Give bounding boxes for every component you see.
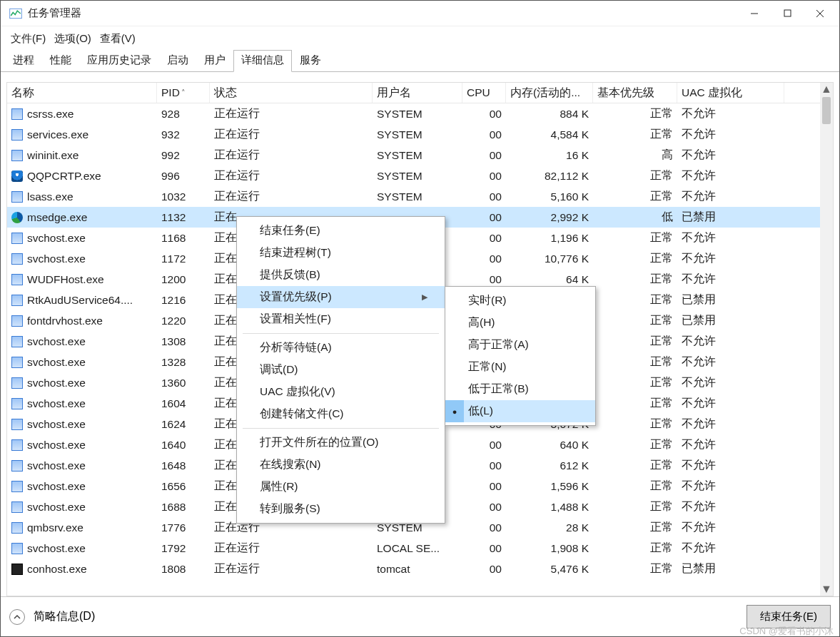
tab-启动[interactable]: 启动 bbox=[159, 50, 196, 72]
process-icon bbox=[11, 357, 23, 368]
svg-rect-2 bbox=[784, 10, 791, 16]
process-icon bbox=[11, 108, 23, 120]
column-header[interactable]: 状态 bbox=[210, 83, 373, 103]
process-icon bbox=[11, 233, 23, 244]
table-row[interactable]: svchost.exe1792正在运行LOCAL SE...001,908 K正… bbox=[7, 538, 820, 559]
process-icon bbox=[11, 253, 23, 265]
menu-item[interactable]: 高于正常(A) bbox=[445, 334, 595, 356]
menu-item[interactable]: 结束进程树(T) bbox=[237, 242, 445, 264]
task-manager-window: 任务管理器 文件(F)选项(O)查看(V) 进程性能应用历史记录启动用户详细信息… bbox=[0, 0, 840, 637]
vertical-scrollbar[interactable]: ▲ ▼ bbox=[820, 83, 833, 596]
minimize-button[interactable] bbox=[738, 3, 771, 24]
menu-item[interactable]: 低于正常(B) bbox=[445, 378, 595, 400]
maximize-button[interactable] bbox=[771, 3, 804, 24]
tab-进程[interactable]: 进程 bbox=[5, 50, 42, 72]
process-icon bbox=[11, 212, 23, 223]
window-title: 任务管理器 bbox=[28, 6, 81, 20]
menu-item[interactable]: 转到服务(S) bbox=[237, 498, 445, 520]
column-header[interactable]: UAC 虚拟化 bbox=[677, 83, 784, 103]
tab-应用历史记录[interactable]: 应用历史记录 bbox=[79, 50, 159, 72]
context-menu: 结束任务(E)结束进程树(T)提供反馈(B)设置优先级(P)▶设置相关性(F)分… bbox=[236, 216, 445, 524]
process-icon bbox=[11, 460, 23, 472]
menu-item[interactable]: 在线搜索(N) bbox=[237, 454, 445, 476]
table-row[interactable]: QQPCRTP.exe996正在运行SYSTEM0082,112 K正常不允许 bbox=[7, 165, 820, 186]
column-header[interactable]: CPU bbox=[462, 83, 506, 103]
menubar: 文件(F)选项(O)查看(V) bbox=[1, 26, 839, 50]
menu-item[interactable]: 调试(D) bbox=[237, 359, 445, 381]
chevron-right-icon: ▶ bbox=[422, 292, 427, 302]
app-icon bbox=[9, 7, 22, 20]
menu-item[interactable]: 设置相关性(F) bbox=[237, 308, 445, 330]
tab-性能[interactable]: 性能 bbox=[42, 50, 79, 72]
menu-item[interactable]: 低(L) bbox=[445, 400, 595, 422]
menu-item[interactable]: 打开文件所在的位置(O) bbox=[237, 432, 445, 454]
process-icon bbox=[11, 336, 23, 347]
tab-服务[interactable]: 服务 bbox=[292, 50, 329, 72]
table-row[interactable]: wininit.exe992正在运行SYSTEM0016 K高不允许 bbox=[7, 145, 820, 165]
menu-item[interactable]: 查看(V) bbox=[97, 31, 138, 47]
process-icon bbox=[11, 501, 23, 513]
process-icon bbox=[11, 295, 23, 306]
process-icon bbox=[11, 170, 23, 182]
process-icon bbox=[11, 543, 23, 554]
table-row[interactable]: services.exe932正在运行SYSTEM004,584 K正常不允许 bbox=[7, 124, 820, 145]
process-icon bbox=[11, 191, 23, 203]
scrollbar-thumb[interactable] bbox=[822, 97, 831, 124]
close-button[interactable] bbox=[804, 3, 836, 24]
process-icon bbox=[11, 377, 23, 389]
menu-item[interactable]: 属性(R) bbox=[237, 476, 445, 498]
process-icon bbox=[11, 439, 23, 451]
menu-item[interactable]: 分析等待链(A) bbox=[237, 337, 445, 359]
column-header[interactable]: 内存(活动的... bbox=[506, 83, 593, 103]
table-row[interactable]: lsass.exe1032正在运行SYSTEM005,160 K正常不允许 bbox=[7, 186, 820, 207]
menu-item[interactable]: 文件(F) bbox=[8, 31, 49, 47]
tab-strip: 进程性能应用历史记录启动用户详细信息服务 bbox=[1, 50, 839, 72]
watermark: CSDN @爱看书的小沐 bbox=[739, 625, 834, 637]
process-icon bbox=[11, 315, 23, 327]
menu-item[interactable]: 结束任务(E) bbox=[237, 220, 445, 242]
table-row[interactable]: conhost.exe1808正在运行tomcat005,476 K正常已禁用 bbox=[7, 559, 820, 579]
process-icon bbox=[11, 564, 23, 575]
process-icon bbox=[11, 419, 23, 430]
process-icon bbox=[11, 481, 23, 492]
tab-用户[interactable]: 用户 bbox=[196, 50, 233, 72]
scroll-down-icon[interactable]: ▼ bbox=[820, 583, 833, 596]
menu-item[interactable]: 提供反馈(B) bbox=[237, 264, 445, 286]
column-header[interactable]: PID˄ bbox=[157, 83, 210, 103]
process-icon bbox=[11, 398, 23, 409]
tab-详细信息[interactable]: 详细信息 bbox=[233, 50, 292, 72]
priority-submenu: 实时(R)高(H)高于正常(A)正常(N)低于正常(B)低(L) bbox=[445, 286, 596, 426]
titlebar: 任务管理器 bbox=[1, 1, 839, 26]
process-icon bbox=[11, 522, 23, 534]
process-icon bbox=[11, 274, 23, 285]
scroll-up-icon[interactable]: ▲ bbox=[820, 83, 833, 96]
column-header[interactable]: 用户名 bbox=[373, 83, 462, 103]
process-icon bbox=[11, 129, 23, 141]
process-icon bbox=[11, 150, 23, 161]
menu-item[interactable]: UAC 虚拟化(V) bbox=[237, 381, 445, 403]
menu-item[interactable]: 正常(N) bbox=[445, 356, 595, 378]
column-header[interactable]: 名称 bbox=[7, 83, 157, 103]
column-header[interactable]: 基本优先级 bbox=[593, 83, 677, 103]
menu-item[interactable]: 选项(O) bbox=[51, 31, 94, 47]
footer: 简略信息(D) 结束任务(E) bbox=[1, 596, 839, 636]
table-row[interactable]: csrss.exe928正在运行SYSTEM00884 K正常不允许 bbox=[7, 103, 820, 124]
fewer-details-toggle[interactable] bbox=[9, 609, 25, 625]
menu-item[interactable]: 实时(R) bbox=[445, 290, 595, 312]
menu-item[interactable]: 高(H) bbox=[445, 312, 595, 334]
fewer-details-label[interactable]: 简略信息(D) bbox=[34, 609, 95, 624]
menu-item[interactable]: 设置优先级(P)▶ bbox=[237, 286, 445, 308]
menu-item[interactable]: 创建转储文件(C) bbox=[237, 403, 445, 425]
